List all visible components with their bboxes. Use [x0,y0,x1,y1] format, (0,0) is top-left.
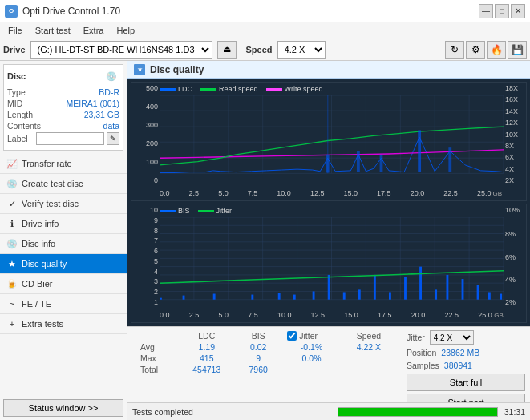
disc-header-label: Disc [7,71,26,81]
settings-button[interactable]: ⚙ [466,41,485,59]
disc-panel: Disc 💿 Type BD-R MID MEIRA1 (001) Length… [3,64,123,151]
svg-rect-49 [278,293,281,300]
samples-label: Samples [407,361,439,370]
menu-extra[interactable]: Extra [79,25,109,36]
sidebar-item-fe-te[interactable]: ~ FE / TE [0,294,127,314]
svg-rect-52 [328,275,330,300]
disc-type-row: Type BD-R [7,87,119,97]
chart2-x-axis: 0.02.55.07.510.012.515.017.520.022.525.0… [160,308,504,322]
disc-contents-value: data [103,121,119,131]
svg-rect-57 [404,277,407,300]
stats-total-row: Total 454713 7960 [134,364,395,375]
sidebar-item-label-transfer-rate: Transfer rate [22,159,72,168]
total-bis: 7960 [236,364,281,375]
svg-rect-62 [477,285,479,299]
svg-rect-54 [358,289,361,299]
jitter-checkbox[interactable] [287,331,297,341]
disc-mid-label: MID [7,99,22,108]
stats-max-row: Max 415 9 0.0% [134,353,395,364]
avg-speed: 4.22 X [342,341,395,353]
legend-jitter-label: Jitter [216,207,233,215]
svg-rect-18 [326,155,330,173]
legend-jitter: Jitter [198,207,233,215]
chart2-legend: BIS Jitter [160,207,232,215]
legend-ldc-dot [160,88,176,91]
jitter-speed-label: Jitter [407,333,425,342]
jitter-label: Jitter [299,331,318,341]
maximize-button[interactable]: □ [495,4,509,18]
svg-rect-50 [293,295,296,300]
svg-rect-55 [374,275,376,300]
avg-ldc: 1.19 [177,341,236,353]
sidebar-item-drive-info[interactable]: ℹ Drive info [0,214,127,234]
svg-rect-20 [380,155,383,172]
stats-table: LDC BIS Jitter Speed [127,327,402,402]
disc-label-edit-button[interactable]: ✎ [107,132,119,145]
sidebar-item-verify-test-disc[interactable]: ✓ Verify test disc [0,194,127,214]
disc-contents-row: Contents data [7,121,119,131]
sidebar-item-cd-bier[interactable]: 🍺 CD Bier [0,274,127,294]
speed-select[interactable]: 4.2 X [277,41,326,59]
status-window-button[interactable]: Status window >> [3,399,123,417]
chart2-y-left: 10987654321 [131,204,160,308]
menu-help[interactable]: Help [111,25,140,36]
menu-start-test[interactable]: Start test [30,25,75,36]
svg-rect-53 [343,292,346,299]
chart2: BIS Jitter 10987654321 10%8%6%4%2% [131,204,527,323]
svg-rect-61 [462,279,464,300]
stats-bar: LDC BIS Jitter Speed [127,326,530,402]
status-window-label: Status window >> [29,403,99,413]
chart1-svg [160,95,504,186]
disc-header: Disc 💿 [7,68,119,84]
burn-button[interactable]: 🔥 [487,41,506,59]
time-text: 31:31 [504,407,525,417]
chart1-x-axis: 0.02.55.07.510.012.515.017.520.022.525.0… [160,186,504,200]
chart-title-icon: ★ [134,64,145,75]
verify-test-disc-icon: ✓ [6,198,18,209]
drive-select[interactable]: (G:) HL-DT-ST BD-RE WH16NS48 1.D3 [30,41,212,59]
sidebar-item-transfer-rate[interactable]: 📈 Transfer rate [0,154,127,174]
drive-label: Drive [3,45,26,55]
svg-rect-56 [389,292,391,299]
svg-rect-48 [251,295,253,300]
svg-rect-21 [418,130,421,172]
drivebar: Drive (G:) HL-DT-ST BD-RE WH16NS48 1.D3 … [0,38,530,61]
sidebar-item-disc-info[interactable]: 💿 Disc info [0,234,127,254]
legend-bis: BIS [160,207,190,215]
stats-right: Jitter 4.2 X Position 23862 MB Samples 3… [402,327,530,402]
refresh-button[interactable]: ↻ [445,41,464,59]
start-full-button[interactable]: Start full [407,374,525,391]
chart1: LDC Read speed Write speed 5004003002001… [131,82,527,201]
disc-contents-label: Contents [7,121,41,131]
close-button[interactable]: ✕ [511,4,525,18]
svg-rect-59 [435,289,437,299]
disc-type-label: Type [7,87,26,97]
max-bis: 9 [236,353,281,364]
legend-write-speed: Write speed [266,85,323,93]
chart2-area [160,217,504,308]
position-value: 23862 MB [441,348,479,357]
disc-length-row: Length 23,31 GB [7,110,119,119]
disc-label-input[interactable] [36,132,104,145]
chart1-area [160,95,504,186]
chart1-legend: LDC Read speed Write speed [160,85,322,93]
menu-file[interactable]: File [3,25,27,36]
eject-button[interactable]: ⏏ [217,41,237,59]
minimize-button[interactable]: — [479,4,493,18]
jitter-speed-select[interactable]: 4.2 X [430,330,474,345]
sidebar-item-label-disc-quality: Disc quality [22,259,67,269]
titlebar: O Opti Drive Control 1.70 — □ ✕ [0,0,530,22]
sidebar-item-disc-quality[interactable]: ★ Disc quality [0,254,127,274]
col-header-bis: BIS [236,330,281,341]
sidebar-menu: 📈 Transfer rate 💿 Create test disc ✓ Ver… [0,154,127,396]
status-text: Tests completed [132,407,331,417]
charts-container: LDC Read speed Write speed 5004003002001… [127,79,530,326]
sidebar-item-extra-tests[interactable]: + Extra tests [0,314,127,334]
sidebar-item-label-drive-info: Drive info [22,219,59,228]
sidebar-item-create-test-disc[interactable]: 💿 Create test disc [0,174,127,194]
legend-ldc-label: LDC [178,85,192,93]
drive-info-icon: ℹ [6,218,18,229]
chart2-y-right: 10%8%6%4%2% [504,204,526,308]
save-button[interactable]: 💾 [508,41,527,59]
titlebar-left: O Opti Drive Control 1.70 [5,5,120,18]
